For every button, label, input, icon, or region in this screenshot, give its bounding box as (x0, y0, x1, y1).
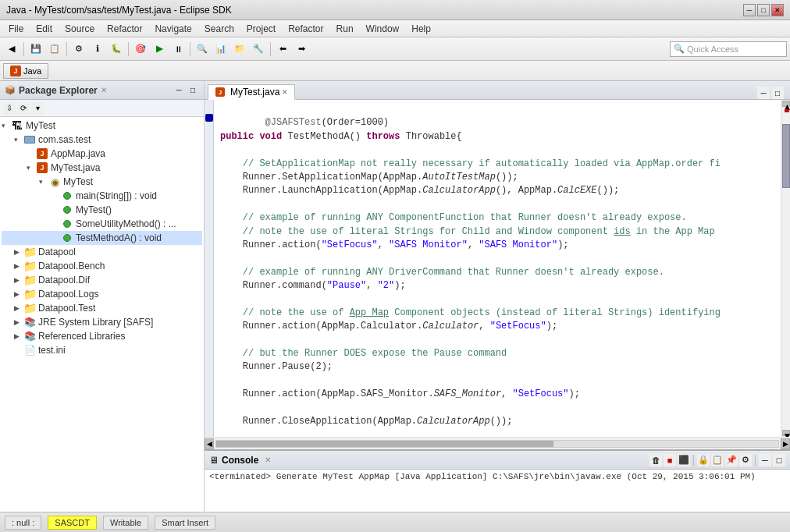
menu-window[interactable]: Window (361, 21, 405, 37)
hscroll-left[interactable]: ◀ (205, 438, 214, 449)
tree-item-class[interactable]: ▾ ◉ MyTest (2, 175, 202, 189)
run-button[interactable]: ▶ (151, 41, 168, 58)
tree-item-datapool-dif[interactable]: ▶ 📁 Datapool.Dif (2, 273, 202, 287)
minimize-button[interactable]: ─ (743, 4, 756, 16)
console-max-button[interactable]: □ (773, 454, 785, 466)
console-scroll-lock-button[interactable]: 🔒 (697, 454, 710, 466)
tree-label-datapool: Datapool (38, 246, 76, 257)
pe-minimize-button[interactable]: ─ (173, 84, 185, 97)
menu-search[interactable]: Search (199, 21, 240, 37)
menu-file[interactable]: File (3, 21, 29, 37)
status-writable: Writable (103, 516, 148, 530)
tree-item-util[interactable]: SomeUtilityMethod() : ... (2, 217, 202, 231)
menu-help[interactable]: Help (406, 21, 436, 37)
tree-item-constructor[interactable]: MyTest() (2, 203, 202, 217)
tree-item-datapool-test[interactable]: ▶ 📁 Datapool.Test (2, 301, 202, 315)
editor-max-button[interactable]: □ (771, 87, 784, 99)
tree-label-class: MyTest (63, 176, 93, 187)
menu-source[interactable]: Source (59, 21, 100, 37)
menu-refactor[interactable]: Refactor (101, 21, 148, 37)
settings-button[interactable]: ⚙ (70, 41, 87, 58)
save-button[interactable]: 💾 (27, 41, 44, 58)
tree-arrow: ▾ (39, 178, 48, 186)
menu-edit[interactable]: Edit (30, 21, 58, 37)
tree-item-testini[interactable]: 📄 test.ini (2, 343, 202, 357)
toolbar-sep-1 (23, 42, 24, 56)
editor-tab-label: MyTest.java (230, 87, 279, 98)
editor-scrollbar[interactable]: ▲ ▼ (781, 100, 790, 437)
tree-item-datapool-bench[interactable]: ▶ 📁 Datapool.Bench (2, 259, 202, 273)
hscroll-right[interactable]: ▶ (781, 438, 790, 449)
scroll-down-button[interactable]: ▼ (782, 430, 790, 436)
maximize-button[interactable]: □ (757, 4, 770, 16)
menu-run[interactable]: Run (331, 21, 359, 37)
console-title-label: Console (222, 455, 258, 466)
tree-item-testmethoda[interactable]: TestMethodA() : void (2, 231, 202, 245)
tool2-button[interactable]: 📁 (231, 41, 248, 58)
search-ext-button[interactable]: 🔍 (194, 41, 211, 58)
console-stop-button[interactable]: ■ (664, 454, 676, 466)
scroll-up-button[interactable]: ▲ (782, 101, 790, 107)
scroll-thumb[interactable] (782, 124, 790, 188)
method-icon3 (61, 218, 73, 230)
save-all-button[interactable]: 📋 (46, 41, 63, 58)
editor-hscrollbar[interactable]: ◀ ▶ (205, 437, 790, 449)
tree-item-package[interactable]: ▾ com.sas.test (2, 133, 202, 147)
close-button[interactable]: ✕ (771, 4, 784, 16)
tree-label-datapool-bench: Datapool.Bench (38, 261, 105, 271)
info-button[interactable]: ℹ (89, 41, 106, 58)
console-pin-button[interactable]: 📌 (725, 454, 738, 466)
java-icon: J (10, 66, 21, 76)
editor-tab-mytestjava[interactable]: J MyTest.java ✕ (208, 84, 295, 100)
tree-item-ref-libs[interactable]: ▶ 📚 Referenced Libraries (2, 329, 202, 343)
tool1-button[interactable]: 📊 (212, 41, 230, 58)
tree-item-main[interactable]: main(String[]) : void (2, 189, 202, 203)
java-perspective-button[interactable]: J Java (3, 63, 48, 79)
editor-min-button[interactable]: ─ (757, 87, 770, 99)
tree-label-testmethoda: TestMethodA() : void (76, 232, 162, 243)
console-settings-button[interactable]: ⚙ (739, 454, 752, 466)
tree-item-datapool-logs[interactable]: ▶ 📁 Datapool.Logs (2, 287, 202, 301)
console-copy-button[interactable]: 📋 (711, 454, 724, 466)
tool3-button[interactable]: 🔧 (250, 41, 267, 58)
menu-refactor2[interactable]: Refactor (283, 21, 329, 37)
editor-tab-close[interactable]: ✕ (282, 88, 288, 96)
tree-arrow: ▶ (14, 248, 23, 256)
target-button[interactable]: 🎯 (132, 41, 149, 58)
console-terminate-button[interactable]: ⬛ (678, 454, 690, 466)
pe-tab-close-icon[interactable]: ✕ (101, 86, 107, 94)
pe-menu-button[interactable]: ▾ (31, 102, 44, 115)
pe-collapse-button[interactable]: ⇩ (3, 102, 16, 115)
nav-next-button[interactable]: ➡ (293, 41, 310, 58)
tree-label-datapool-logs: Datapool.Logs (38, 289, 98, 300)
folder-icon2: 📁 (23, 260, 36, 272)
pause-button[interactable]: ⏸ (169, 41, 187, 58)
toolbar-sep-2 (66, 42, 67, 56)
tree-label-testini: test.ini (38, 345, 66, 356)
menu-project[interactable]: Project (241, 21, 281, 37)
pe-tree[interactable]: ▾ 🏗 MyTest ▾ com.sas.test J AppMap.java (0, 117, 204, 512)
console-tab-close[interactable]: ✕ (265, 456, 271, 464)
editor-content[interactable]: @JSAFSTest(Order=1000) public void TestM… (214, 100, 781, 437)
console-clear-button[interactable]: 🗑 (649, 454, 662, 466)
ini-icon: 📄 (23, 344, 36, 356)
tree-item-jre[interactable]: ▶ 📚 JRE System Library [SAFS] (2, 315, 202, 329)
pe-maximize-button[interactable]: □ (187, 84, 199, 97)
toolbar: ◀ 💾 📋 ⚙ ℹ 🐛 🎯 ▶ ⏸ 🔍 📊 📁 🔧 ⬅ ➡ 🔍 Quick Ac… (0, 37, 790, 61)
hscroll-thumb[interactable] (216, 441, 553, 447)
back-button[interactable]: ◀ (3, 41, 20, 58)
tree-item-mytest[interactable]: ▾ 🏗 MyTest (2, 119, 202, 133)
pe-sync-button[interactable]: ⟳ (17, 102, 30, 115)
quick-access-bar[interactable]: 🔍 Quick Access (670, 41, 787, 57)
title-bar: Java - MyTest/com/sas/test/MyTest.java -… (0, 0, 790, 20)
method-icon2 (61, 204, 73, 216)
tree-item-appmap[interactable]: J AppMap.java (2, 147, 202, 161)
console-min-button[interactable]: ─ (759, 454, 771, 466)
console-sep (693, 455, 694, 466)
tree-item-datapool[interactable]: ▶ 📁 Datapool (2, 245, 202, 259)
editor-main: @JSAFSTest(Order=1000) public void TestM… (205, 100, 790, 437)
tree-item-mytest-java[interactable]: ▾ J MyTest.java (2, 161, 202, 175)
debug-button[interactable]: 🐛 (108, 41, 125, 58)
menu-navigate[interactable]: Navigate (149, 21, 197, 37)
nav-prev-button[interactable]: ⬅ (274, 41, 291, 58)
